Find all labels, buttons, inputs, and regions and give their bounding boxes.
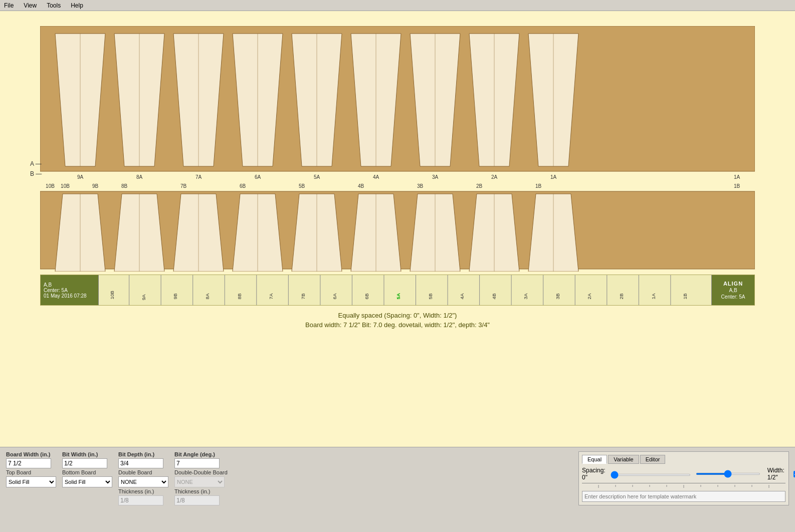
svg-text:10B: 10B (109, 291, 115, 299)
svg-text:5A: 5A (314, 174, 320, 180)
thickness-input (118, 495, 163, 505)
svg-text:10B: 10B (61, 183, 70, 189)
ruler-left-label: A,B Center: 5A 01 May 2016 07:28 (41, 275, 98, 305)
board-info-text: Board width: 7 1/2" Bit: 7.0 deg. doveta… (0, 321, 795, 329)
bit-width-input[interactable] (62, 458, 107, 468)
svg-text:1A: 1A (651, 293, 656, 299)
tick-marks-row (582, 483, 785, 487)
board-width-group: Board Width (in.) Top Board Solid Fill O… (6, 451, 56, 487)
svg-text:6A: 6A (255, 174, 261, 180)
row-b-label: B — (30, 170, 42, 177)
svg-text:5B: 5B (428, 294, 433, 300)
menu-file[interactable]: File (2, 2, 16, 10)
ruler-left-line1: A,B (44, 282, 95, 288)
svg-text:6B: 6B (240, 183, 246, 189)
tab-bar: Equal Variable Editor (582, 455, 785, 464)
watermark-input[interactable] (582, 491, 785, 502)
menubar: File View Tools Help (0, 0, 795, 11)
width-value-label: Width: 1/2" (767, 467, 784, 481)
ruler-body: 10B 9A 9B 8A 8B 7A 7B 6A 6B 5A 5B 4A 4B … (98, 275, 712, 305)
double-double-label: Double-Double Board (174, 469, 228, 475)
svg-text:3A: 3A (432, 174, 439, 180)
svg-text:2B: 2B (619, 294, 624, 300)
bottom-board-select[interactable]: Solid Fill Outline None (62, 476, 112, 487)
ruler-left-line2: Center: 5A (44, 288, 95, 293)
double-board-label: Double Board (118, 469, 168, 475)
bit-angle-group: Bit Angle (deg.) Double-Double Board NON… (174, 451, 228, 505)
dovetail-svg: 9A 8A 7A 6A 5A 4A 3A 2A 1A A — B — (40, 26, 755, 272)
svg-text:2A: 2A (586, 293, 592, 299)
bit-depth-label: Bit Depth (in.) (118, 451, 168, 457)
svg-text:4B: 4B (491, 294, 497, 300)
spacing-info: Equally spaced (Spacing: 0", Width: 1/2"… (0, 310, 795, 331)
svg-text:8A: 8A (136, 174, 143, 180)
ruler-align-text: ALIGN (723, 281, 743, 287)
tab-equal[interactable]: Equal (582, 455, 607, 464)
width-slider[interactable] (696, 473, 760, 475)
board-width-label: Board Width (in.) (6, 451, 56, 457)
ruler-strip: A,B Center: 5A 01 May 2016 07:28 (40, 275, 755, 306)
right-panel: Equal Variable Editor Spacing: 0" Width:… (578, 451, 789, 505)
svg-text:3B: 3B (555, 294, 560, 300)
svg-text:7A: 7A (268, 293, 274, 299)
menu-view[interactable]: View (22, 2, 39, 10)
spacing-text: Equally spaced (Spacing: 0", Width: 1/2"… (0, 312, 795, 319)
bit-width-group: Bit Width (in.) Bottom Board Solid Fill … (62, 451, 112, 487)
svg-text:2A: 2A (491, 174, 498, 180)
tab-editor[interactable]: Editor (640, 455, 666, 464)
svg-text:3A: 3A (523, 293, 528, 299)
svg-text:9B: 9B (172, 294, 178, 300)
controls-panel: Board Width (in.) Top Board Solid Fill O… (0, 447, 795, 532)
svg-text:1A: 1A (550, 174, 557, 180)
row-a-label: A — (30, 160, 42, 167)
svg-text:10B: 10B (46, 183, 55, 189)
svg-text:9A: 9A (77, 174, 84, 180)
svg-text:5A: 5A (395, 293, 401, 299)
thickness2-input (174, 495, 220, 505)
tab-variable[interactable]: Variable (608, 455, 639, 464)
double-double-select: NONE (174, 476, 225, 487)
spacing-row: Spacing: 0" Width: 1/2" Centered (582, 467, 785, 481)
board-width-input[interactable] (6, 458, 51, 468)
svg-text:9A: 9A (141, 294, 146, 300)
svg-text:6B: 6B (364, 294, 369, 300)
bit-width-label: Bit Width (in.) (62, 451, 112, 457)
svg-text:4A: 4A (373, 174, 379, 180)
menu-tools[interactable]: Tools (45, 2, 63, 10)
bit-angle-input[interactable] (174, 458, 220, 468)
svg-text:8A: 8A (205, 293, 210, 299)
ruler-svg: 10B 9A 9B 8A 8B 7A 7B 6A 6B 5A 5B 4A 4B … (99, 275, 711, 305)
svg-text:4B: 4B (358, 183, 364, 189)
menu-help[interactable]: Help (69, 2, 85, 10)
spacing-slider[interactable] (611, 474, 691, 476)
ruler-right-line2: Center: 5A (721, 294, 745, 300)
svg-text:1B: 1B (535, 183, 542, 189)
main-drawing-area: 9A 8A 7A 6A 5A 4A 3A 2A 1A A — B — (0, 11, 795, 447)
ruler-right-line1: A,B (729, 288, 737, 293)
double-board-select[interactable]: NONE Left Right Both (118, 476, 168, 487)
svg-text:7A: 7A (195, 174, 202, 180)
thickness2-label: Thickness (in.) (174, 488, 228, 494)
svg-text:7B: 7B (180, 183, 187, 189)
ruler-left-line3: 01 May 2016 07:28 (44, 293, 95, 299)
bit-depth-input[interactable] (118, 458, 163, 468)
svg-text:3B: 3B (417, 183, 424, 189)
spacing-slider-container (611, 470, 691, 477)
svg-text:5B: 5B (299, 183, 305, 189)
bit-depth-group: Bit Depth (in.) Double Board NONE Left R… (118, 451, 168, 505)
svg-text:1B: 1B (734, 183, 740, 189)
bit-angle-label: Bit Angle (deg.) (174, 451, 228, 457)
svg-text:8B: 8B (236, 294, 242, 300)
ruler-right-label: ALIGN A,B Center: 5A (712, 275, 754, 305)
thickness-label: Thickness (in.) (118, 488, 168, 494)
svg-text:4A: 4A (459, 293, 465, 299)
svg-text:8B: 8B (121, 183, 128, 189)
svg-text:6A: 6A (332, 293, 337, 299)
svg-text:9B: 9B (92, 183, 99, 189)
bottom-board-label: Bottom Board (62, 469, 112, 475)
svg-text:1A: 1A (734, 174, 740, 180)
svg-text:1B: 1B (682, 294, 688, 300)
spacing-value-label: Spacing: 0" (582, 467, 606, 481)
svg-text:2B: 2B (476, 183, 483, 189)
top-board-select[interactable]: Solid Fill Outline None (6, 476, 56, 487)
